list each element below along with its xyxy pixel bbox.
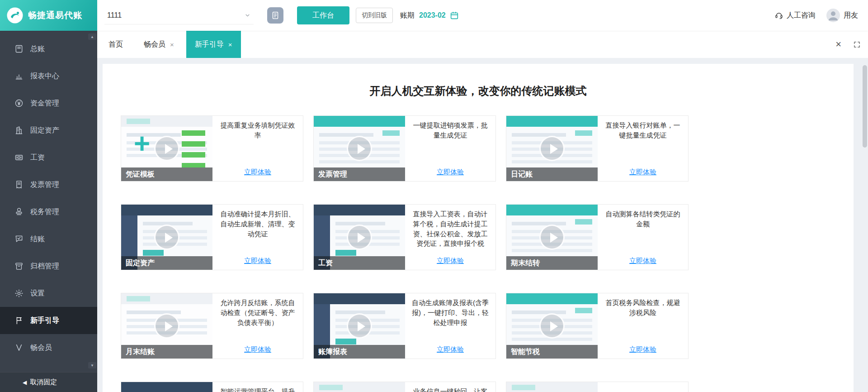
period-label: 账期 — [400, 11, 415, 20]
feature-card: 日记账 直接导入银行对账单，一键批量生成凭证 立即体验 — [506, 115, 689, 182]
tab-bar: 首页 畅会员 × 新手引导 × × — [97, 31, 868, 58]
thumbnail-title: 月末结账 — [121, 345, 212, 359]
video-thumbnail[interactable]: 智能节税 — [506, 293, 598, 359]
headset-icon — [774, 11, 783, 20]
unpin-sidebar-button[interactable]: ◀ 取消固定 — [0, 372, 97, 392]
feature-card: 发票管理 一键提取进销项发票，批量生成凭证 立即体验 — [313, 115, 496, 182]
sidebar-item-label: 工资 — [30, 153, 45, 163]
content-panel: 开启人机交互新体验，改变你的传统记账模式 凭证模板 提高重复业务填制凭证效率 立… — [103, 64, 854, 392]
sidebar-item-tax-management[interactable]: 税务管理 — [0, 198, 97, 225]
card-body — [598, 382, 688, 392]
close-icon[interactable]: × — [835, 39, 841, 49]
sidebar-scroll-up-icon[interactable]: ▲ — [88, 33, 96, 40]
card-body: 智能运营管理平台，提升 — [212, 382, 303, 392]
sidebar-item-archive-management[interactable]: 归档管理 — [0, 253, 97, 280]
play-icon[interactable] — [154, 313, 179, 339]
sidebar-scroll-down-icon[interactable]: ▼ — [88, 362, 96, 368]
account-select[interactable]: 1111 — [104, 6, 254, 24]
card-description: 直接导入工资表，自动计算个税，自动生成计提工资、社保公积金、发放工资凭证，直接申… — [410, 205, 490, 249]
user-name: 用友 — [844, 11, 858, 20]
experience-link[interactable]: 立即体验 — [629, 345, 656, 354]
experience-link[interactable]: 立即体验 — [244, 168, 271, 177]
thumbnail-title: 日记账 — [506, 167, 598, 181]
calendar-icon[interactable] — [449, 10, 459, 20]
invoice-icon — [14, 180, 24, 189]
play-icon[interactable] — [154, 225, 179, 250]
scrollbar-thumb[interactable] — [863, 65, 867, 148]
sidebar-item-label: 总账 — [30, 44, 45, 54]
experience-link[interactable]: 立即体验 — [437, 168, 464, 177]
video-thumbnail[interactable] — [314, 382, 405, 392]
play-icon[interactable] — [539, 136, 565, 161]
guide-icon — [14, 316, 24, 325]
experience-link[interactable]: 立即体验 — [244, 257, 271, 265]
sidebar-item-label: 税务管理 — [30, 207, 59, 217]
user-avatar-icon — [826, 9, 840, 22]
main-content: 开启人机交互新体验，改变你的传统记账模式 凭证模板 提高重复业务填制凭证效率 立… — [97, 58, 868, 392]
sidebar-item-invoice-management[interactable]: 发票管理 — [0, 171, 97, 198]
sidebar-item-beginner-guide[interactable]: 新手引导 — [0, 307, 97, 334]
play-icon[interactable] — [154, 136, 179, 161]
video-thumbnail[interactable]: 月末结账 — [121, 293, 212, 359]
closing-icon — [14, 234, 24, 244]
video-thumbnail[interactable]: 期末结转 — [506, 205, 598, 270]
feature-card: 业务信息一键秒回，让客 — [313, 382, 496, 392]
sidebar-item-label: 畅会员 — [30, 343, 52, 353]
experience-link[interactable]: 立即体验 — [437, 345, 464, 354]
play-icon[interactable] — [347, 225, 372, 250]
top-bar-controls: 1111 工作台 切到旧版 账期 2023-02 人工咨询 — [97, 0, 868, 31]
support-label: 人工咨询 — [787, 11, 816, 20]
sidebar-item-funds-management[interactable]: 资金管理 — [0, 90, 97, 117]
sidebar-item-label: 固定资产 — [30, 126, 59, 135]
tab-beginner-guide[interactable]: 新手引导 × — [186, 31, 241, 58]
archive-icon — [14, 262, 24, 271]
sidebar-item-closing[interactable]: 结账 — [0, 225, 97, 253]
play-icon[interactable] — [347, 136, 372, 161]
play-icon[interactable] — [539, 313, 565, 339]
tab-member[interactable]: 畅会员 × — [135, 31, 183, 58]
video-thumbnail[interactable] — [121, 382, 212, 392]
sidebar-item-member[interactable]: 畅会员 — [0, 334, 97, 361]
user-menu[interactable]: 用友 — [826, 9, 858, 22]
experience-link[interactable]: 立即体验 — [629, 257, 656, 265]
sidebar-item-payroll[interactable]: 工资 — [0, 144, 97, 171]
period-value[interactable]: 2023-02 — [419, 11, 446, 19]
video-thumbnail[interactable]: 账簿报表 — [314, 293, 405, 359]
video-thumbnail[interactable]: 凭证模板 — [121, 116, 212, 181]
tab-close-icon[interactable]: × — [170, 41, 174, 48]
vertical-scrollbar[interactable] — [863, 58, 867, 392]
card-description: 自动测算各结转类凭证的金额 — [603, 205, 683, 229]
card-body: 首页税务风险检查，规避涉税风险 立即体验 — [598, 293, 688, 359]
top-bar: 畅捷通易代账 1111 工作台 切到旧版 账期 2023-02 人工咨询 — [0, 0, 868, 31]
experience-link[interactable]: 立即体验 — [629, 168, 656, 177]
sidebar-item-fixed-assets[interactable]: 固定资产 — [0, 117, 97, 144]
video-thumbnail[interactable]: 工资 — [314, 205, 405, 270]
switch-old-version-button[interactable]: 切到旧版 — [356, 8, 393, 23]
clipboard-icon-button[interactable] — [267, 7, 283, 24]
experience-link[interactable]: 立即体验 — [244, 345, 271, 354]
feature-card: 账簿报表 自动生成账簿及报表(含季报)，一键打印、导出，轻松处理申报 立即体验 — [313, 293, 496, 359]
thumbnail-title: 工资 — [314, 256, 405, 270]
sidebar-item-report-center[interactable]: 报表中心 — [0, 62, 97, 90]
video-thumbnail[interactable]: 日记账 — [506, 116, 598, 181]
tab-home[interactable]: 首页 — [100, 31, 132, 58]
sidebar-item-settings[interactable]: 设置 — [0, 280, 97, 307]
thumbnail-preview — [314, 382, 405, 392]
card-body: 直接导入工资表，自动计算个税，自动生成计提工资、社保公积金、发放工资凭证，直接申… — [405, 205, 495, 270]
card-description: 允许跨月反结账，系统自动检查（凭证断号、资产负债表平衡） — [218, 293, 297, 327]
workbench-button[interactable]: 工作台 — [297, 6, 349, 24]
fullscreen-icon[interactable] — [853, 41, 861, 48]
tab-close-icon[interactable]: × — [228, 41, 232, 48]
tab-actions: × — [835, 31, 868, 58]
unpin-label: 取消固定 — [30, 378, 57, 387]
card-body: 自动测算各结转类凭证的金额 立即体验 — [598, 205, 688, 270]
video-thumbnail[interactable]: 固定资产 — [121, 205, 212, 270]
play-icon[interactable] — [347, 313, 372, 339]
support-link[interactable]: 人工咨询 — [774, 11, 816, 20]
experience-link[interactable]: 立即体验 — [437, 257, 464, 265]
play-icon[interactable] — [539, 225, 565, 250]
video-thumbnail[interactable]: 发票管理 — [314, 116, 405, 181]
video-thumbnail[interactable] — [506, 382, 598, 392]
sidebar-item-label: 资金管理 — [30, 99, 59, 108]
sidebar-item-general-ledger[interactable]: 总账 — [0, 35, 97, 62]
